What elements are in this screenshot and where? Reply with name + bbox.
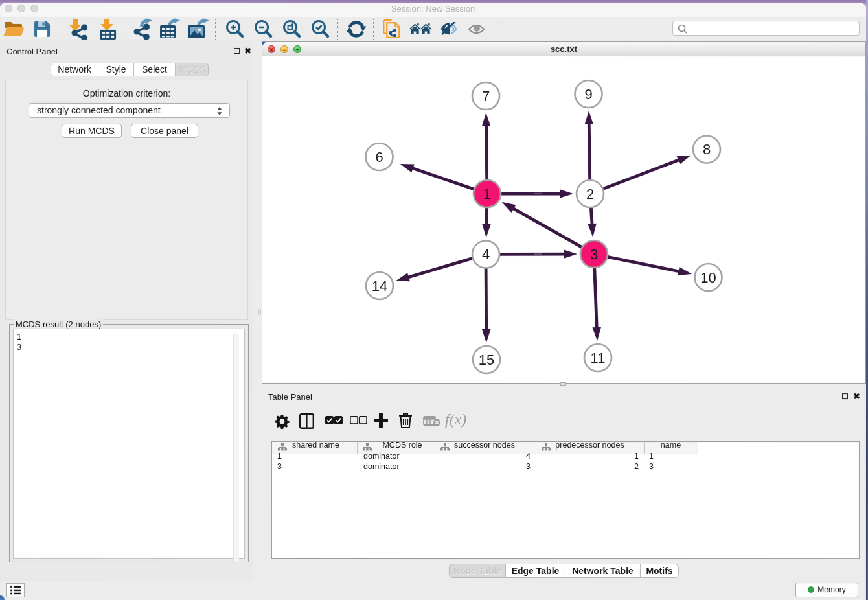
- svg-text:15: 15: [479, 352, 494, 368]
- svg-text:7: 7: [482, 88, 490, 104]
- svg-text:14: 14: [372, 277, 387, 294]
- svg-text:3: 3: [590, 246, 598, 262]
- svg-text:6: 6: [375, 148, 383, 165]
- svg-text:9: 9: [584, 86, 592, 102]
- svg-text:11: 11: [591, 350, 606, 366]
- svg-text:10: 10: [700, 270, 716, 286]
- svg-text:4: 4: [482, 246, 490, 262]
- svg-text:8: 8: [703, 141, 711, 157]
- svg-text:1: 1: [483, 186, 491, 202]
- svg-text:2: 2: [586, 186, 594, 202]
